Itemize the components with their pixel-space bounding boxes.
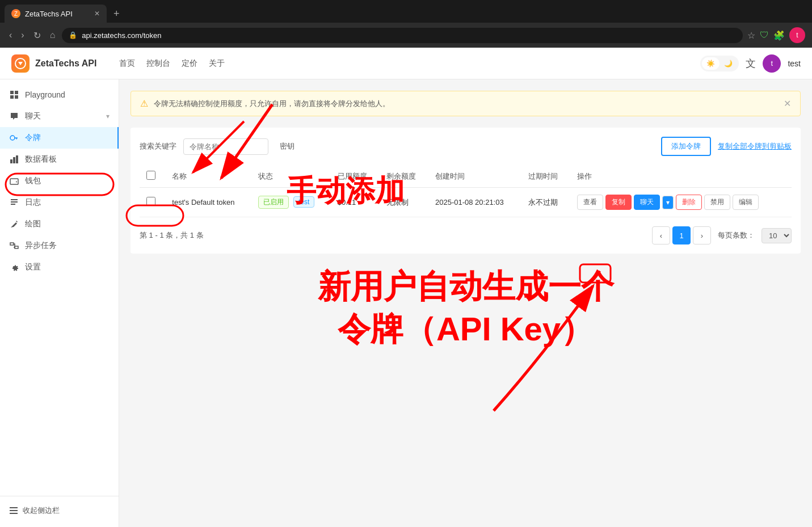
row-status-cell: 已启用 test bbox=[251, 188, 330, 217]
address-bar: ‹ › ↻ ⌂ 🔒 api.zetatechs.com/token ☆ 🛡 🧩 … bbox=[0, 23, 812, 48]
sidebar-item-playground[interactable]: Playground bbox=[0, 84, 119, 106]
pagination-area: 第 1 - 1 条，共 1 条 ‹ 1 › 每页条数： 10 20 50 bbox=[140, 226, 792, 244]
search-input[interactable] bbox=[183, 138, 268, 155]
sidebar-label-async: 异步任务 bbox=[25, 241, 57, 251]
user-name: test bbox=[788, 59, 801, 68]
browser-actions: ☆ 🛡 🧩 t bbox=[747, 27, 805, 43]
sidebar-item-draw[interactable]: 绘图 bbox=[0, 213, 119, 235]
copy-all-tokens-button[interactable]: 复制全部令牌到剪贴板 bbox=[718, 141, 792, 151]
sidebar-item-chat[interactable]: 聊天 ▾ bbox=[0, 106, 119, 127]
sidebar-item-wallet[interactable]: 钱包 bbox=[0, 170, 119, 192]
refresh-button[interactable]: ↻ bbox=[31, 28, 43, 43]
grid-icon bbox=[9, 90, 19, 100]
collapse-sidebar-button[interactable]: 收起侧边栏 bbox=[9, 505, 110, 516]
sidebar-item-async[interactable]: 异步任务 bbox=[0, 235, 119, 256]
app-container: ZetaTechs API 首页 控制台 定价 关于 ☀️ 🌙 文 t test bbox=[0, 48, 812, 527]
copy-button[interactable]: 复制 bbox=[605, 195, 632, 210]
sidebar-label-playground: Playground bbox=[25, 90, 65, 99]
forward-button[interactable]: › bbox=[19, 28, 26, 43]
bookmark-button[interactable]: ☆ bbox=[747, 30, 755, 41]
nav-about[interactable]: 关于 bbox=[209, 56, 225, 71]
sidebar-label-draw: 绘图 bbox=[25, 219, 41, 229]
row-remaining-cell: 无限制 bbox=[380, 188, 428, 217]
nav-pricing[interactable]: 定价 bbox=[182, 56, 197, 71]
edit-button[interactable]: 编辑 bbox=[733, 195, 759, 210]
svg-rect-14 bbox=[11, 204, 15, 205]
app-name: ZetaTechs API bbox=[35, 58, 96, 69]
col-expires: 过期时间 bbox=[521, 165, 570, 188]
back-button[interactable]: ‹ bbox=[7, 28, 14, 43]
view-button[interactable]: 查看 bbox=[577, 195, 603, 210]
row-checkbox-cell bbox=[140, 188, 165, 217]
translate-icon[interactable]: 文 bbox=[746, 57, 756, 70]
sidebar-item-log[interactable]: 日志 bbox=[0, 192, 119, 213]
key-label: 密钥 bbox=[280, 141, 294, 151]
active-tab[interactable]: Z ZetaTechs API ✕ bbox=[5, 5, 107, 23]
col-checkbox bbox=[140, 165, 165, 188]
extension-button[interactable]: 🧩 bbox=[773, 30, 785, 41]
next-page-button[interactable]: › bbox=[693, 226, 711, 244]
chat-icon bbox=[9, 111, 19, 121]
sidebar-item-settings[interactable]: 设置 bbox=[0, 256, 119, 278]
nav-home[interactable]: 首页 bbox=[119, 56, 135, 71]
svg-rect-11 bbox=[10, 179, 18, 184]
col-created: 创建时间 bbox=[428, 165, 521, 188]
col-status: 状态 bbox=[251, 165, 330, 188]
sidebar-label-settings: 设置 bbox=[25, 262, 41, 272]
svg-rect-12 bbox=[11, 199, 18, 200]
dark-theme-btn[interactable]: 🌙 bbox=[720, 57, 737, 70]
disable-button[interactable]: 禁用 bbox=[704, 195, 730, 210]
dashboard-icon bbox=[9, 154, 19, 165]
svg-rect-10 bbox=[16, 155, 18, 163]
row-actions-cell: 查看 复制 聊天 ▾ 删除 禁用 编辑 bbox=[570, 188, 792, 217]
url-bar[interactable]: 🔒 api.zetatechs.com/token bbox=[62, 28, 743, 43]
select-all-checkbox[interactable] bbox=[146, 171, 155, 180]
token-section: 搜索关键字 密钥 添加令牌 复制全部令牌到剪贴板 名称 状态 已用额度 bbox=[131, 128, 801, 254]
pagination-controls: ‹ 1 › 每页条数： 10 20 50 bbox=[652, 226, 792, 244]
tab-bar: Z ZetaTechs API ✕ + bbox=[0, 0, 812, 23]
sidebar-label-wallet: 钱包 bbox=[25, 176, 41, 186]
prev-page-button[interactable]: ‹ bbox=[652, 226, 670, 244]
draw-icon bbox=[9, 219, 19, 229]
log-icon bbox=[9, 197, 19, 208]
shield-button[interactable]: 🛡 bbox=[760, 30, 769, 40]
table-body: test's Default token 已启用 test $0.11 无限制 … bbox=[140, 188, 792, 217]
sidebar-item-token[interactable]: 令牌 bbox=[0, 127, 119, 149]
theme-toggle[interactable]: ☀️ 🌙 bbox=[700, 56, 739, 71]
row-expires-cell: 永不过期 bbox=[521, 188, 570, 217]
chat-button[interactable]: 聊天 bbox=[634, 195, 660, 210]
secure-icon: 🔒 bbox=[69, 31, 77, 39]
tab-close-button[interactable]: ✕ bbox=[94, 10, 100, 18]
home-button[interactable]: ⌂ bbox=[48, 28, 58, 43]
svg-rect-9 bbox=[13, 157, 15, 163]
add-token-button[interactable]: 添加令牌 bbox=[661, 137, 711, 156]
alert-text: 令牌无法精确控制使用额度，只允许自用，请勿直接将令牌分发给他人。 bbox=[154, 99, 778, 109]
delete-button[interactable]: 删除 bbox=[676, 195, 702, 210]
page-1-button[interactable]: 1 bbox=[672, 226, 691, 244]
row-checkbox[interactable] bbox=[146, 197, 155, 206]
sidebar-label-log: 日志 bbox=[25, 197, 41, 208]
user-avatar[interactable]: t bbox=[763, 54, 781, 73]
nav-console[interactable]: 控制台 bbox=[146, 56, 170, 71]
main-nav: 首页 控制台 定价 关于 bbox=[119, 56, 225, 71]
alert-close-button[interactable]: ✕ bbox=[784, 98, 791, 109]
light-theme-btn[interactable]: ☀️ bbox=[702, 57, 720, 70]
page-size-select[interactable]: 10 20 50 bbox=[761, 228, 792, 243]
svg-point-5 bbox=[10, 136, 15, 140]
tag-badge: test bbox=[293, 196, 314, 208]
browser-user-avatar[interactable]: t bbox=[789, 27, 805, 43]
svg-rect-18 bbox=[10, 510, 18, 511]
sidebar-item-dashboard[interactable]: 数据看板 bbox=[0, 149, 119, 170]
app-header: ZetaTechs API 首页 控制台 定价 关于 ☀️ 🌙 文 t test bbox=[0, 48, 812, 79]
new-tab-button[interactable]: + bbox=[109, 6, 124, 22]
table-header: 名称 状态 已用额度 剩余额度 创建时间 过期时间 操作 bbox=[140, 165, 792, 188]
sidebar-label-chat: 聊天 bbox=[25, 111, 41, 121]
collapse-label: 收起侧边栏 bbox=[23, 505, 60, 516]
auto-generate-annotation: 新用户自动生成一个令牌（API Key） bbox=[131, 265, 801, 351]
token-table: 名称 状态 已用额度 剩余额度 创建时间 过期时间 操作 test's Def bbox=[140, 165, 792, 217]
row-used-cell: $0.11 bbox=[331, 188, 380, 217]
svg-rect-2 bbox=[15, 91, 18, 94]
sidebar: Playground 聊天 ▾ 令牌 数据看板 bbox=[0, 79, 119, 527]
collapse-icon bbox=[9, 506, 18, 515]
chat-dropdown-button[interactable]: ▾ bbox=[662, 196, 674, 209]
